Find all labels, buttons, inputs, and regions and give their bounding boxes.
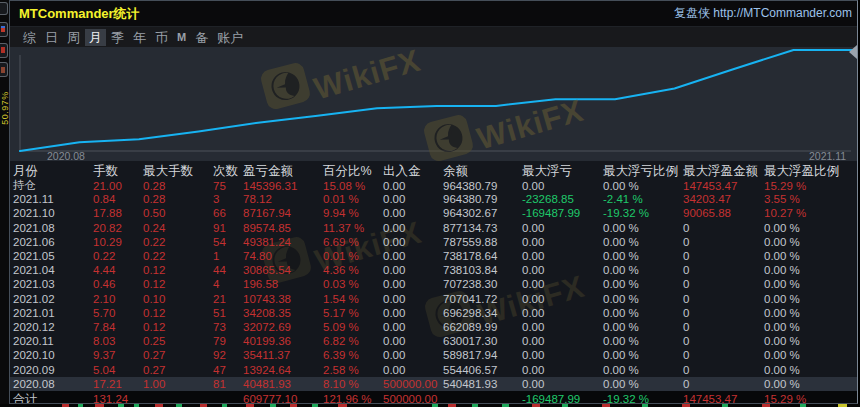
menu-item-4[interactable]: 月 — [85, 29, 106, 46]
table-cell: 0.00 — [383, 250, 443, 262]
table-cell: 0.28 — [143, 180, 213, 192]
table-cell: 5.04 — [93, 364, 143, 376]
table-row[interactable]: 2020.118.030.257940199.366.82 %0.0063001… — [10, 334, 857, 348]
menu-item-6[interactable]: 年 — [133, 30, 146, 45]
table-row[interactable]: 2020.0817.211.008140481.938.10 %500000.0… — [10, 377, 857, 391]
column-header-11[interactable]: 最大浮盈金额 — [683, 163, 764, 180]
table-cell: 0.24 — [143, 222, 213, 234]
table-row[interactable]: 2020.127.840.127332072.695.09 %0.0066208… — [10, 320, 857, 334]
table-cell: 0.00 % — [764, 236, 857, 248]
table-cell: 89574.85 — [243, 222, 323, 234]
column-header-8[interactable]: 余额 — [443, 163, 522, 180]
column-header-10[interactable]: 最大浮亏比例 — [603, 163, 683, 180]
table-cell: 0.00 % — [603, 278, 683, 290]
table-cell: 0.00 — [522, 278, 603, 290]
table-cell: -2.41 % — [603, 193, 683, 205]
menu-item-9[interactable]: 备 — [195, 30, 208, 45]
table-row[interactable]: 2021.1017.880.506687167.949.94 %0.009643… — [10, 206, 857, 220]
menu-bar: 综日周月季年币M备账户 — [10, 27, 857, 47]
table-cell: 34208.35 — [243, 307, 323, 319]
table-cell: 35411.37 — [243, 349, 323, 361]
brand-link[interactable]: 复盘侠 http://MTCommander.com — [674, 1, 852, 26]
table-row[interactable]: 2021.0820.820.249189574.8511.37 %0.00877… — [10, 221, 857, 235]
table-cell: 2021.06 — [13, 236, 93, 248]
table-row[interactable]: 2021.015.700.125134208.355.17 %0.0069629… — [10, 306, 857, 320]
table-cell: 2021.08 — [13, 222, 93, 234]
table-row[interactable]: 2021.110.840.28378.120.01 %0.00964380.79… — [10, 192, 857, 206]
menu-item-2[interactable]: 日 — [45, 30, 58, 45]
table-cell: 0.01 % — [323, 193, 383, 205]
table-cell: 10.29 — [93, 236, 143, 248]
table-row[interactable]: 2021.050.220.22174.800.01 %0.00738178.64… — [10, 249, 857, 263]
column-header-7[interactable]: 出入金 — [383, 163, 443, 180]
background-toolbar-button[interactable] — [0, 2, 8, 15]
table-cell: 964302.67 — [443, 207, 522, 219]
menu-item-1[interactable]: 综 — [23, 30, 36, 45]
table-row[interactable]: 2021.022.100.102110743.381.54 %0.0070704… — [10, 292, 857, 306]
table-cell: 0.00 — [383, 293, 443, 305]
table-cell: 554406.57 — [443, 364, 522, 376]
table-cell: 147453.47 — [683, 180, 764, 192]
table-cell: 10.27 % — [764, 207, 857, 219]
table-cell: 51 — [213, 307, 243, 319]
table-cell: 87167.94 — [243, 207, 323, 219]
menu-item-8[interactable]: M — [177, 30, 186, 45]
table-cell: 1 — [213, 250, 243, 262]
column-header-6[interactable]: 百分比% — [323, 163, 383, 180]
menu-item-5[interactable]: 季 — [111, 30, 124, 45]
table-cell: 0.03 % — [323, 278, 383, 290]
table-cell: 0.27 — [143, 349, 213, 361]
table-cell: 589817.94 — [443, 349, 522, 361]
table-cell: 0.00 % — [603, 378, 683, 390]
background-toolbar-button[interactable] — [0, 43, 8, 58]
menu-item-7[interactable]: 币 — [155, 30, 168, 45]
table-cell: -19.32 % — [603, 207, 683, 219]
table-cell: 0.00 — [383, 349, 443, 361]
table-cell: 30865.54 — [243, 264, 323, 276]
table-cell: 0.00 — [383, 307, 443, 319]
table-cell: 0.00 % — [603, 222, 683, 234]
menu-item-3[interactable]: 周 — [67, 30, 80, 45]
table-cell: 0.00 — [522, 321, 603, 333]
table-cell: 合计 — [13, 391, 93, 404]
table-cell: 91 — [213, 222, 243, 234]
menu-item-10[interactable]: 账户 — [217, 30, 243, 45]
table-cell: 2021.10 — [13, 207, 93, 219]
table-row[interactable]: 2021.030.460.124196.580.03 %0.00707238.3… — [10, 277, 857, 291]
table-cell: 4.36 % — [323, 264, 383, 276]
table-cell: 0.22 — [143, 236, 213, 248]
table-cell: 5.17 % — [323, 307, 383, 319]
stats-window: MTCommander统计 复盘侠 http://MTCommander.com… — [9, 0, 858, 404]
table-row[interactable]: 持仓21.000.2875145396.3115.08 %0.00964380.… — [10, 178, 857, 192]
column-header-9[interactable]: 最大浮亏 — [522, 163, 603, 180]
table-cell: 964380.79 — [443, 180, 522, 192]
table-row-total[interactable]: 合计131.24609777.10121.96 %500000.00-16948… — [10, 391, 857, 404]
table-row[interactable]: 2020.095.040.274713924.642.58 %0.0055440… — [10, 362, 857, 376]
background-toolbar-button[interactable] — [0, 62, 8, 77]
column-header-5[interactable]: 盈亏金额 — [243, 163, 323, 180]
table-cell: 0.12 — [143, 278, 213, 290]
table-cell: 2021.02 — [13, 293, 93, 305]
table-cell: 0.00 % — [764, 307, 857, 319]
splitter-collapse-arrow[interactable] — [849, 45, 857, 59]
table-cell: 0 — [683, 321, 764, 333]
background-toolbar-button[interactable] — [0, 22, 8, 37]
table-cell: 6.82 % — [323, 335, 383, 347]
table-cell: 0.00 % — [764, 264, 857, 276]
table-cell: 6.39 % — [323, 349, 383, 361]
table-cell: 49381.24 — [243, 236, 323, 248]
column-header-4[interactable]: 次数 — [213, 163, 243, 180]
table-cell: 2020.10 — [13, 349, 93, 361]
table-cell: 4.44 — [93, 264, 143, 276]
column-header-12[interactable]: 最大浮盈比例 — [764, 163, 857, 180]
column-header-3[interactable]: 最大手数 — [143, 163, 213, 180]
table-cell: 8.03 — [93, 335, 143, 347]
table-row[interactable]: 2020.109.370.279235411.376.39 %0.0058981… — [10, 348, 857, 362]
table-cell: 0 — [683, 293, 764, 305]
table-cell: 630017.30 — [443, 335, 522, 347]
table-row[interactable]: 2021.044.440.124430865.544.36 %0.0073810… — [10, 263, 857, 277]
table-cell: 2020.08 — [13, 378, 93, 390]
table-row[interactable]: 2021.0610.290.225449381.246.69 %0.007875… — [10, 235, 857, 249]
table-cell: 0 — [683, 222, 764, 234]
column-header-2[interactable]: 手数 — [93, 163, 143, 180]
